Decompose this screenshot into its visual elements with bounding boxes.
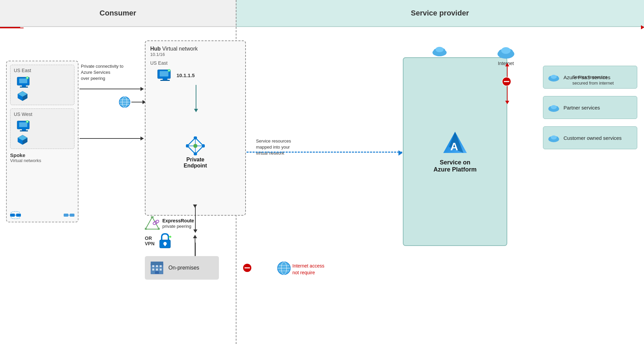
spoke-subtitle: Virtual networks	[10, 158, 74, 163]
azure-cloud-icon	[431, 44, 448, 57]
svg-rect-26	[70, 214, 74, 217]
private-endpoint-area: PrivateEndpoint	[150, 136, 240, 169]
azure-platform-title1: Service on	[440, 159, 470, 166]
service-resources-mapped-label: Service resources mapped into your virtu…	[256, 138, 291, 157]
express-vpn-section: ExpressRoute private peering ORVPN	[145, 216, 232, 249]
arrow-spoke-west-to-hub	[79, 138, 143, 139]
svg-point-77	[158, 228, 160, 230]
cube-icon-2	[17, 134, 29, 146]
arrow-up-indicator	[193, 205, 197, 208]
svg-rect-36	[160, 80, 170, 81]
svg-rect-13	[22, 129, 26, 130]
arrow-spoke-east-to-hub	[79, 89, 143, 89]
provider-title: Service provider	[411, 9, 469, 18]
svg-rect-25	[64, 214, 68, 217]
svg-rect-35	[163, 79, 167, 80]
azure-logo: A	[442, 130, 469, 157]
svg-point-45	[193, 144, 197, 148]
hub-vm-icon	[157, 68, 173, 83]
svg-text:A: A	[450, 140, 458, 153]
cloud-icon-partner	[547, 103, 560, 112]
vpn-icon	[158, 232, 172, 249]
hub-ip-range: 10.1/16	[150, 52, 240, 57]
cloud-icon-customer	[547, 133, 560, 143]
header-band: Consumer Service provider	[0, 0, 644, 27]
arrow-vm-to-pe	[196, 85, 196, 112]
onprem-box: On-premises	[145, 256, 219, 280]
private-connectivity-label: Private connectivity to Azure Services o…	[81, 63, 123, 82]
hub-box: Hub Virtual network 10.1/16 US East 10.1…	[145, 40, 246, 216]
us-east-region-box: US East	[10, 65, 74, 105]
arrow-pe-to-express	[195, 206, 196, 232]
secured-from-internet-label: Service resources secured from internet	[572, 74, 614, 86]
svg-rect-34	[160, 71, 168, 76]
svg-point-60	[551, 105, 557, 109]
diagram-area: US East	[0, 27, 644, 344]
consumer-header: Consumer	[0, 0, 236, 27]
arrow-to-globe-blocked	[0, 28, 24, 28]
globe-icon	[119, 96, 131, 108]
spoke-box: US East	[6, 61, 78, 222]
svg-rect-88	[151, 262, 163, 265]
private-endpoint-icon	[186, 136, 205, 155]
svg-point-64	[551, 135, 557, 139]
us-west-region-box: US West	[10, 108, 74, 149]
svg-point-56	[551, 75, 557, 79]
svg-rect-91	[160, 265, 162, 267]
internet-cloud-icon	[496, 44, 516, 59]
svg-rect-93	[156, 269, 158, 271]
hub-region-label: US East	[150, 60, 240, 66]
pe-label: PrivateEndpoint	[184, 157, 207, 168]
svg-point-74	[436, 47, 444, 52]
arrow-globe-to-hub	[131, 102, 146, 102]
partner-services-label: Partner services	[564, 105, 600, 111]
svg-rect-3	[20, 87, 28, 88]
azure-platform-title2: Azure Platform	[433, 166, 477, 173]
svg-rect-14	[20, 130, 28, 131]
azure-platform-box: A Service on Azure Platform	[403, 57, 507, 246]
provider-header: Service provider	[236, 0, 644, 27]
vnet-peering-icon-2	[63, 211, 75, 219]
cube-icon-1	[17, 90, 29, 102]
svg-rect-1	[19, 79, 27, 83]
hub-vm-ip: 10.1.1.5	[176, 72, 195, 78]
svg-rect-95	[155, 271, 159, 274]
hub-title: Hub Virtual network	[150, 46, 240, 52]
vm-icon-1	[17, 75, 31, 89]
partner-services-item: Partner services	[543, 96, 637, 119]
svg-rect-90	[156, 265, 158, 267]
building-icon	[150, 260, 164, 275]
svg-rect-89	[152, 265, 154, 267]
svg-rect-2	[22, 85, 26, 87]
arrow-pe-to-azure	[247, 152, 402, 153]
svg-point-78	[145, 228, 147, 230]
svg-rect-22	[10, 214, 15, 217]
vm-icon-2	[17, 119, 31, 132]
us-east-label: US East	[14, 68, 71, 73]
expressroute-icon	[145, 216, 160, 230]
spoke-title: Spoke	[10, 152, 74, 158]
vnet-peering-icon	[9, 211, 22, 219]
svg-rect-83	[164, 244, 166, 246]
us-west-label: US West	[14, 112, 71, 117]
svg-point-80	[155, 220, 159, 224]
svg-rect-92	[152, 269, 154, 271]
onprem-label: On-premises	[168, 265, 199, 271]
internet-not-required-label: Internet access not require	[292, 263, 324, 276]
cloud-icon-paas	[547, 72, 560, 82]
consumer-title: Consumer	[100, 9, 136, 18]
no-entry-onprem	[243, 263, 252, 274]
svg-rect-23	[16, 214, 21, 217]
svg-rect-94	[160, 269, 162, 271]
customer-owned-label: Customer owned services	[564, 135, 622, 141]
no-entry-internet	[502, 77, 511, 88]
svg-rect-12	[19, 122, 27, 127]
expressroute-label: ExpressRoute	[162, 218, 194, 223]
expressroute-sublabel: private peering	[162, 224, 194, 229]
svg-point-68	[501, 47, 511, 54]
customer-owned-item: Customer owned services	[543, 126, 637, 149]
internet-blocked-globe	[277, 261, 291, 275]
or-vpn-label: ORVPN	[145, 236, 155, 246]
